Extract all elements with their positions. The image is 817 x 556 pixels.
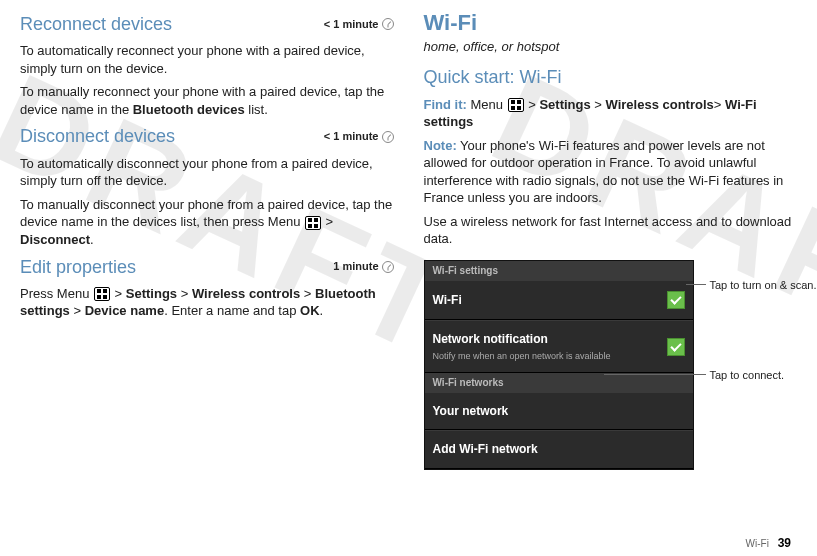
text: > xyxy=(322,214,333,229)
timing-text: < 1 minute xyxy=(324,129,379,144)
svg-rect-10 xyxy=(511,106,515,110)
text: > xyxy=(177,286,192,301)
checkbox-icon[interactable] xyxy=(667,338,685,356)
checkbox-icon[interactable] xyxy=(667,291,685,309)
text-bold: OK xyxy=(300,303,320,318)
text-bold: Wireless controls xyxy=(606,97,714,112)
row-title: Add Wi-Fi network xyxy=(433,441,685,457)
menu-icon xyxy=(94,287,110,301)
right-column: Wi-Fi home, office, or hotspot Quick sta… xyxy=(424,8,798,470)
paragraph: To manually reconnect your phone with a … xyxy=(20,83,394,118)
svg-rect-0 xyxy=(308,218,312,222)
row-title: Network notification xyxy=(433,331,667,347)
find-it-label: Find it: xyxy=(424,97,467,112)
footer-section: Wi-Fi xyxy=(746,538,769,549)
heading-text: Reconnect devices xyxy=(20,12,172,36)
paragraph: To automatically disconnect your phone f… xyxy=(20,155,394,190)
heading-quickstart: Quick start: Wi-Fi xyxy=(424,65,798,89)
heading-reconnect: Reconnect devices < 1 minute xyxy=(20,12,394,36)
svg-rect-11 xyxy=(517,106,521,110)
text: list. xyxy=(245,102,268,117)
svg-rect-3 xyxy=(314,224,318,228)
menu-icon xyxy=(305,216,321,230)
clock-icon xyxy=(382,261,394,273)
text: > xyxy=(714,97,725,112)
paragraph: Use a wireless network for fast Internet… xyxy=(424,213,798,248)
text: > xyxy=(70,303,85,318)
clock-icon xyxy=(382,18,394,30)
svg-rect-4 xyxy=(97,289,101,293)
callout-turn-on: Tap to turn on & scan. xyxy=(710,278,817,293)
row-subtitle: Notify me when an open network is availa… xyxy=(433,350,667,362)
heading-text: Quick start: Wi-Fi xyxy=(424,65,562,89)
text: > xyxy=(111,286,126,301)
heading-text: Disconnect devices xyxy=(20,124,175,148)
row-title: Your network xyxy=(433,403,685,419)
heading-text: Edit properties xyxy=(20,255,136,279)
text-bold: Disconnect xyxy=(20,232,90,247)
left-column: Reconnect devices < 1 minute To automati… xyxy=(20,8,394,470)
row-title: Wi-Fi xyxy=(433,292,667,308)
svg-rect-7 xyxy=(103,295,107,299)
menu-icon xyxy=(508,98,524,112)
paragraph: Press Menu > Settings > Wireless control… xyxy=(20,285,394,320)
text-bold: Wireless controls xyxy=(192,286,300,301)
timing-badge: 1 minute xyxy=(333,259,393,274)
svg-rect-6 xyxy=(97,295,101,299)
text: To manually disconnect your phone from a… xyxy=(20,197,392,230)
note-label: Note: xyxy=(424,138,457,153)
page-number: 39 xyxy=(778,536,791,550)
heading-disconnect: Disconnect devices < 1 minute xyxy=(20,124,394,148)
text-bold: Bluetooth devices xyxy=(133,102,245,117)
text-bold: Device name xyxy=(85,303,165,318)
callout-line xyxy=(604,374,706,375)
page-title: Wi-Fi xyxy=(424,8,798,38)
svg-rect-9 xyxy=(517,100,521,104)
page-subtitle: home, office, or hotspot xyxy=(424,38,798,56)
clock-icon xyxy=(382,131,394,143)
text-bold: Settings xyxy=(539,97,590,112)
text: . Enter a name and tap xyxy=(164,303,300,318)
phone-row-notification[interactable]: Network notification Notify me when an o… xyxy=(425,320,693,372)
callout-connect: Tap to connect. xyxy=(710,368,785,383)
timing-badge: < 1 minute xyxy=(324,17,394,32)
callout-line xyxy=(686,284,706,285)
phone-row-wifi[interactable]: Wi-Fi xyxy=(425,280,693,320)
text: Your phone's Wi-Fi features and power le… xyxy=(424,138,784,206)
phone-row-add-network[interactable]: Add Wi-Fi network xyxy=(425,430,693,468)
paragraph: Note: Your phone's Wi-Fi features and po… xyxy=(424,137,798,207)
phone-screenshot-wrap: Wi-Fi settings Wi-Fi Network notificatio… xyxy=(424,254,694,470)
paragraph: Find it: Menu > Settings > Wireless cont… xyxy=(424,96,798,131)
phone-header: Wi-Fi settings xyxy=(425,261,693,281)
text: > xyxy=(300,286,315,301)
text: > xyxy=(591,97,606,112)
paragraph: To manually disconnect your phone from a… xyxy=(20,196,394,249)
page-footer: Wi-Fi 39 xyxy=(746,536,791,550)
phone-subheader: Wi-Fi networks xyxy=(425,373,693,393)
text: Press Menu xyxy=(20,286,93,301)
text: Menu xyxy=(467,97,507,112)
text: . xyxy=(90,232,94,247)
svg-rect-2 xyxy=(308,224,312,228)
timing-badge: < 1 minute xyxy=(324,129,394,144)
text: . xyxy=(320,303,324,318)
paragraph: To automatically reconnect your phone wi… xyxy=(20,42,394,77)
svg-rect-5 xyxy=(103,289,107,293)
phone-row-your-network[interactable]: Your network xyxy=(425,392,693,430)
svg-rect-8 xyxy=(511,100,515,104)
text-bold: Settings xyxy=(126,286,177,301)
timing-text: 1 minute xyxy=(333,259,378,274)
timing-text: < 1 minute xyxy=(324,17,379,32)
phone-screenshot: Wi-Fi settings Wi-Fi Network notificatio… xyxy=(424,260,694,470)
heading-edit: Edit properties 1 minute xyxy=(20,255,394,279)
svg-rect-1 xyxy=(314,218,318,222)
text: > xyxy=(525,97,540,112)
